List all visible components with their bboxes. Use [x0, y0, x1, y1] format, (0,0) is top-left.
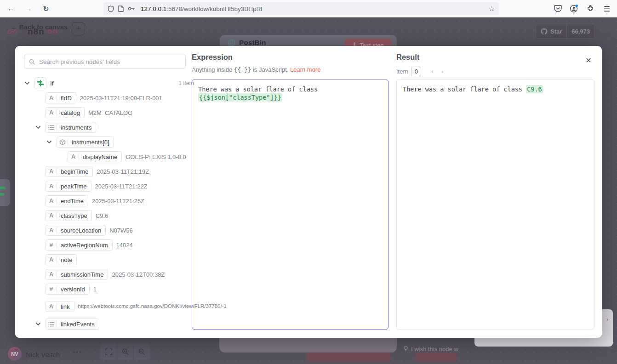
field-pill[interactable]: Alink [46, 301, 74, 312]
expression-line: There was a solar flare of class [198, 85, 382, 93]
result-segment: There was a solar flare of class [403, 85, 526, 93]
field-pill[interactable]: AsubmissionTime [46, 269, 108, 280]
field-value: 2025-03-12T00:38Z [112, 271, 165, 278]
dimmed-button [307, 353, 391, 362]
github-star-button: Star [536, 24, 567, 39]
account-icon[interactable] [569, 4, 578, 13]
type-number-icon: # [46, 241, 57, 249]
close-icon[interactable]: ✕ [583, 55, 594, 65]
menu-hamburger-icon[interactable]: ☰ [602, 4, 611, 13]
field-name: classType [57, 212, 91, 219]
chevron-down-icon[interactable] [36, 323, 46, 326]
field-value: https://webtools.ccmc.gsfc.nasa.gov/DONK… [78, 303, 176, 309]
if-node-canvas-sliver [0, 179, 10, 206]
search-icon [29, 59, 35, 65]
chevron-down-icon[interactable] [25, 82, 34, 85]
learn-more-link[interactable]: Learn more [290, 66, 320, 73]
avatar: NV [8, 347, 22, 361]
expression-title: Expression [192, 53, 233, 62]
url-bar[interactable]: 127.0.0.1:5678/workflow/kubnlHf5by3BHpRl… [103, 2, 499, 15]
tree-row-sourceLocation[interactable]: AsourceLocationN07W56 [24, 223, 195, 238]
tree-row-instruments[interactable]: instruments [24, 120, 195, 135]
tree-row-activeRegionNum[interactable]: #activeRegionNum14024 [24, 238, 195, 252]
tree-row-note[interactable]: Anote [24, 252, 195, 267]
item-index-input[interactable]: 0 [411, 67, 421, 76]
field-name: activeRegionNum [57, 242, 112, 249]
type-string-icon: A [46, 182, 57, 190]
tree-row-If[interactable]: If1 item [24, 76, 195, 91]
field-pill[interactable]: ApeakTime [46, 181, 91, 192]
github-star-count: 66,973 [567, 24, 595, 39]
tree-row-endTime[interactable]: AendTime2025-03-11T21:25Z [24, 193, 195, 208]
item-pager: Item 0 ‹ › [396, 67, 445, 76]
field-pill[interactable]: instruments [46, 122, 96, 133]
prev-item-icon[interactable]: ‹ [430, 68, 434, 75]
type-object-icon [57, 138, 68, 146]
tree-row-catalog[interactable]: AcatalogM2M_CATALOG [24, 105, 195, 120]
tree-row-versionId[interactable]: #versionId1 [24, 282, 195, 296]
field-name: sourceLocation [57, 227, 105, 234]
tree-row-peakTime[interactable]: ApeakTime2025-03-11T21:22Z [24, 179, 195, 193]
chevron-down-icon[interactable] [47, 141, 57, 144]
github-octocat-icon [541, 28, 548, 35]
tree-row-submissionTime[interactable]: AsubmissionTime2025-03-12T00:38Z [24, 267, 195, 282]
field-name: instruments[0] [68, 139, 114, 146]
back-icon[interactable]: ← [6, 4, 16, 13]
result-output: There was a solar flare of class C9.6 [396, 80, 594, 330]
extensions-puzzle-icon[interactable] [586, 4, 595, 13]
reload-icon[interactable]: ↻ [41, 4, 51, 13]
field-pill[interactable]: AsourceLocation [46, 225, 106, 236]
field-pill[interactable]: Anote [46, 254, 77, 265]
field-name: note [57, 256, 76, 263]
expression-line: {{$json["classType"]}} [198, 93, 382, 102]
field-value: M2M_CATALOG [88, 109, 132, 116]
toast-expand-icon[interactable]: › [606, 316, 608, 323]
tree-row-linkedEvents[interactable]: linkedEvents [24, 317, 195, 331]
type-string-icon: A [46, 256, 57, 263]
field-value: 2025-03-11T21:19:00-FLR-001 [80, 95, 162, 102]
field-pill[interactable]: AclassType [46, 210, 92, 221]
search-field-container [24, 55, 186, 68]
search-input[interactable] [39, 58, 185, 65]
result-segment: C9.6 [526, 85, 543, 93]
key-icon[interactable] [128, 6, 135, 11]
expression-editor-input[interactable]: There was a solar flare of class{{$json[… [192, 80, 388, 330]
field-pill[interactable]: AbeginTime [46, 166, 93, 177]
field-pill[interactable]: linkedEvents [46, 318, 99, 330]
field-pill[interactable]: AdisplayName [68, 151, 122, 162]
field-value: 14024 [116, 242, 133, 249]
field-name: link [57, 303, 74, 310]
field-pill[interactable]: AendTime [46, 195, 88, 206]
field-value: C9.6 [96, 212, 108, 219]
type-string-icon: A [46, 271, 57, 278]
field-value: GOES-P: EXIS 1.0-8.0 [126, 154, 186, 160]
reader-page-icon[interactable] [118, 6, 124, 12]
field-pill[interactable]: #versionId [46, 284, 90, 295]
tree-row-link[interactable]: Alinkhttps://webtools.ccmc.gsfc.nasa.gov… [24, 296, 195, 317]
tree-row-beginTime[interactable]: AbeginTime2025-03-11T21:19Z [24, 164, 195, 179]
next-item-icon[interactable]: › [440, 68, 445, 75]
field-pill[interactable]: AflrID [46, 92, 76, 103]
tree-row-displayName[interactable]: AdisplayNameGOES-P: EXIS 1.0-8.0 [24, 149, 195, 164]
forward-icon[interactable]: → [24, 4, 33, 13]
expression-hint: Anything inside {{ }} is JavaScript. Lea… [192, 66, 320, 73]
zoom-out-icon [133, 343, 150, 360]
tree-row-instruments[0][interactable]: instruments[0] [24, 135, 195, 149]
field-pill[interactable]: #activeRegionNum [46, 239, 113, 250]
type-string-icon: A [46, 109, 57, 116]
field-pill[interactable]: Acatalog [46, 107, 85, 118]
type-string-icon: A [46, 94, 57, 102]
type-number-icon: # [46, 285, 57, 293]
node-feedback-link: I wish this node w [404, 345, 463, 353]
field-name: catalog [57, 109, 84, 116]
field-pill[interactable]: instruments[0] [57, 136, 114, 148]
pocket-icon[interactable] [553, 4, 562, 13]
tree-row-flrID[interactable]: AflrID2025-03-11T21:19:00-FLR-001 [24, 91, 195, 105]
field-name: flrID [57, 95, 76, 102]
chevron-down-icon[interactable] [36, 126, 46, 129]
shield-icon[interactable] [108, 6, 114, 12]
tree-row-classType[interactable]: AclassTypeC9.6 [24, 208, 195, 223]
bookmark-star-icon[interactable]: ☆ [489, 5, 495, 13]
node-name-label: If [50, 80, 54, 87]
user-menu-dots-icon: ••• [73, 349, 82, 356]
